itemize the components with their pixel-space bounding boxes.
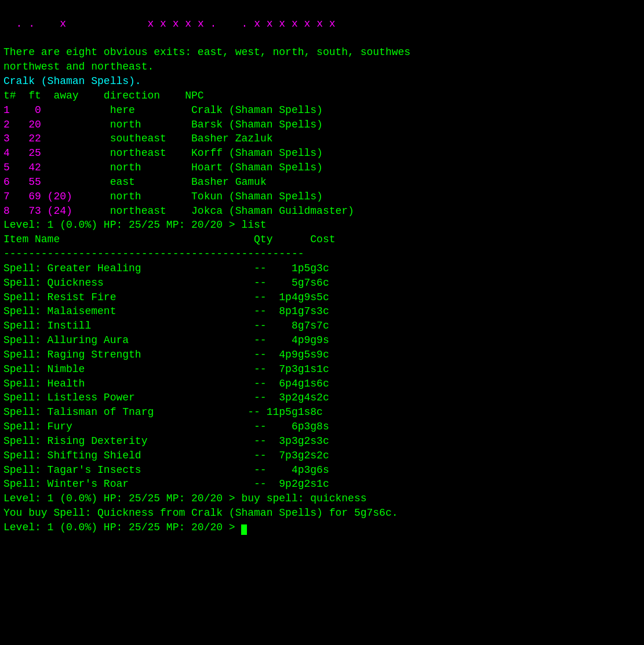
spell-winters-roar: Spell: Winter's Roar -- 9p2g2s1c	[3, 478, 329, 490]
spell-health: Spell: Health -- 6p4g1s6c	[3, 378, 329, 389]
spell-fury: Spell: Fury -- 6p3g8s	[3, 421, 329, 432]
spell-shifting-shield: Spell: Shifting Shield -- 7p3g2s2c	[3, 450, 329, 461]
exits-line-1: There are eight obvious exits: east, wes…	[3, 46, 410, 58]
spell-alluring-aura: Spell: Alluring Aura -- 4p9g9s	[3, 334, 329, 346]
spell-tagars-insects: Spell: Tagar's Insects -- 4p3g6s	[3, 464, 329, 476]
npc-row-6: 6 55 east Basher Gamuk	[3, 176, 267, 188]
spell-greater-healing: Spell: Greater Healing -- 1p5g3c	[3, 263, 329, 274]
npc-row-1: 1 0 here Cralk (Shaman Spells)	[3, 104, 323, 116]
npc-row-4: 4 25 northeast Korff (Shaman Spells)	[3, 147, 323, 159]
top-decoration-line: . . x x x x x x . . x x x x x x x	[16, 18, 336, 30]
npc-row-7: 7 69 (20) north Tokun (Shaman Spells)	[3, 191, 323, 202]
shop-header-cols: Item Name Qty Cost	[3, 234, 336, 245]
spell-nimble: Spell: Nimble -- 7p3g1s1c	[3, 363, 329, 375]
exits-line-2: northwest and northeast.	[3, 61, 154, 72]
spell-listless-power: Spell: Listless Power -- 3p2g4s2c	[3, 392, 329, 403]
location-name: Cralk (Shaman Spells).	[3, 75, 141, 87]
npc-row-5: 5 42 north Hoart (Shaman Spells)	[3, 162, 323, 173]
spell-malaisement: Spell: Malaisement -- 8p1g7s3c	[3, 305, 329, 317]
npc-row-3: 3 22 southeast Basher Zazluk	[3, 133, 273, 144]
table-header: t# ft away direction NPC	[3, 90, 204, 101]
spell-quickness: Spell: Quickness -- 5g7s6c	[3, 277, 329, 289]
spell-instill: Spell: Instill -- 8g7s7c	[3, 320, 329, 331]
prompt-final[interactable]: Level: 1 (0.0%) HP: 25/25 MP: 20/20 >	[3, 522, 247, 533]
buy-confirmation: You buy Spell: Quickness from Cralk (Sha…	[3, 507, 398, 519]
npc-row-8: 8 73 (24) northeast Jokca (Shaman Guildm…	[3, 205, 354, 217]
spell-raging-strength: Spell: Raging Strength -- 4p9g5s9c	[3, 349, 329, 360]
spell-talisman-tnarg: Spell: Talisman of Tnarg -- 11p5g1s8c	[3, 406, 323, 418]
shop-divider: ----------------------------------------…	[3, 248, 304, 260]
npc-row-2: 2 20 north Barsk (Shaman Spells)	[3, 119, 323, 130]
prompt-buy-command: Level: 1 (0.0%) HP: 25/25 MP: 20/20 > bu…	[3, 493, 367, 504]
terminal-window: . . x x x x x x . . x x x x x x x There …	[0, 0, 644, 645]
cursor-block	[241, 524, 247, 535]
spell-resist-fire: Spell: Resist Fire -- 1p4g9s5c	[3, 291, 329, 303]
prompt-list-command: Level: 1 (0.0%) HP: 25/25 MP: 20/20 > li…	[3, 219, 267, 231]
spell-rising-dexterity: Spell: Rising Dexterity -- 3p3g2s3c	[3, 435, 329, 447]
